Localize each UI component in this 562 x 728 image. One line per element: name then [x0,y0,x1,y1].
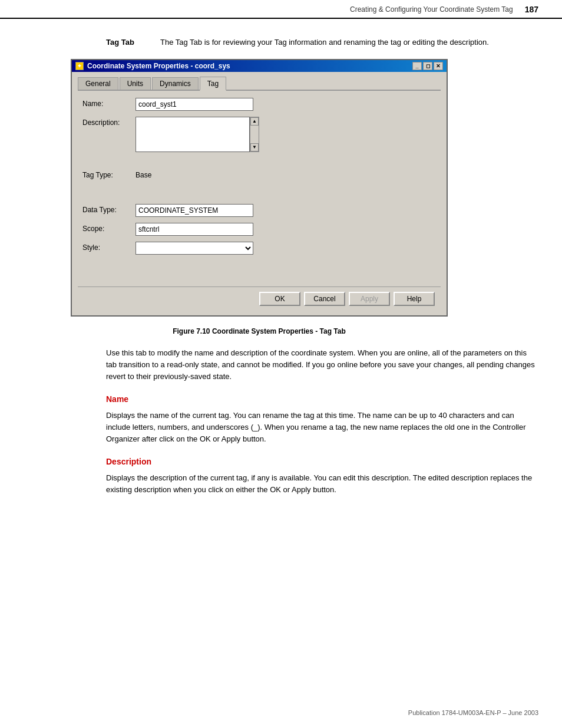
name-row: Name: [82,98,436,111]
style-label: Style: [82,242,135,252]
dialog-wrapper: ✦ Coordinate System Properties - coord_s… [71,59,448,317]
tag-tab-label: Tag Tab [106,37,153,47]
name-input[interactable] [135,98,253,111]
dialog-titlebar: ✦ Coordinate System Properties - coord_s… [72,60,447,72]
dialog-title: Coordinate System Properties - coord_sys [87,62,230,70]
app-icon: ✦ [75,62,84,70]
tag-type-label: Tag Type: [82,169,135,179]
tag-tab-section: Tag Tab The Tag Tab is for reviewing you… [106,37,538,48]
scope-input[interactable] [135,223,253,236]
tab-dynamics[interactable]: Dynamics [152,77,199,90]
name-label: Name: [82,98,135,108]
close-button[interactable]: ✕ [434,62,443,70]
style-select[interactable] [135,242,253,255]
tag-type-value: Base [135,169,151,179]
minimize-button[interactable]: _ [412,62,422,70]
main-content: Tag Tab The Tag Tab is for reviewing you… [0,19,562,523]
tag-tab-description: The Tag Tab is for reviewing your Tag in… [160,37,538,48]
tab-bar: General Units Dynamics Tag [78,77,441,91]
header-text: Creating & Configuring Your Coordinate S… [350,5,513,14]
tag-type-row: Tag Type: Base [82,169,436,179]
tab-tag[interactable]: Tag [200,77,226,91]
tab-general[interactable]: General [78,77,118,90]
name-body-text: Displays the name of the current tag. Yo… [106,410,538,445]
name-heading: Name [106,394,538,404]
scope-label: Scope: [82,223,135,233]
apply-button[interactable]: Apply [349,292,390,306]
restore-button[interactable]: ◻ [423,62,432,70]
description-row: Description: ▲ ▼ [82,117,436,154]
ok-button[interactable]: OK [259,292,300,306]
data-type-row: Data Type: [82,204,436,217]
description-label: Description: [82,117,135,127]
footer-text: Publication 1784-UM003A-EN-P – June 2003 [408,709,538,716]
style-row: Style: [82,242,436,255]
page-footer: Publication 1784-UM003A-EN-P – June 2003 [0,709,562,716]
data-type-input[interactable] [135,204,253,217]
page-header: Creating & Configuring Your Coordinate S… [0,0,562,19]
scroll-up-arrow[interactable]: ▲ [250,117,259,126]
scope-row: Scope: [82,223,436,236]
page-number: 187 [525,5,538,14]
intro-text: Use this tab to modify the name and desc… [106,347,538,383]
figure-caption: Figure 7.10 Coordinate System Properties… [71,327,448,335]
cancel-button[interactable]: Cancel [304,292,345,306]
dialog-body: General Units Dynamics Tag Name: [72,72,447,315]
tab-units[interactable]: Units [120,77,151,90]
button-row: OK Cancel Apply Help [78,286,441,311]
description-scrollbar[interactable]: ▲ ▼ [250,117,259,152]
data-type-label: Data Type: [82,204,135,214]
dialog-window: ✦ Coordinate System Properties - coord_s… [71,59,448,317]
titlebar-left: ✦ Coordinate System Properties - coord_s… [75,62,230,70]
titlebar-buttons: _ ◻ ✕ [412,62,443,70]
scroll-down-arrow[interactable]: ▼ [250,143,259,151]
help-button[interactable]: Help [394,292,435,306]
form-area: Name: Description: ▲ ▼ [78,91,441,286]
description-textarea[interactable] [135,117,250,152]
page: Creating & Configuring Your Coordinate S… [0,0,562,728]
description-heading: Description [106,457,538,466]
description-textarea-wrapper: ▲ ▼ [135,117,259,154]
description-body-text: Displays the description of the current … [106,472,538,496]
